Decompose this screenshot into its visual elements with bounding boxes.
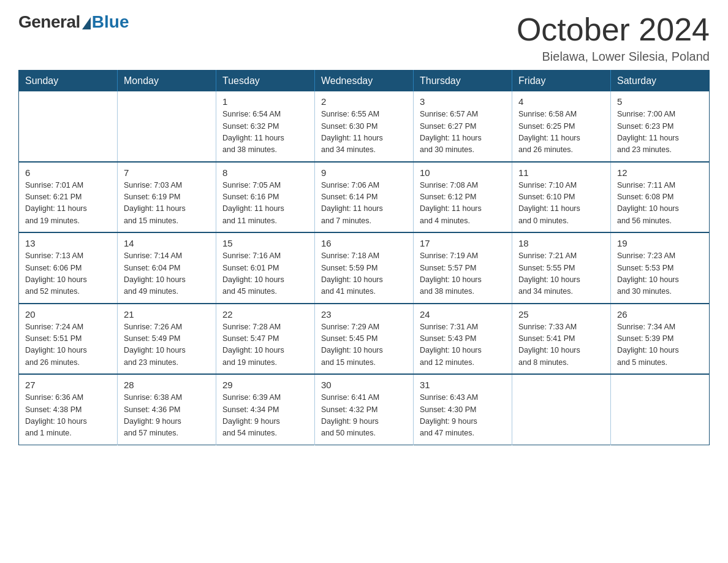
day-number: 30: [321, 380, 407, 390]
logo: General Blue: [18, 12, 129, 32]
day-number: 17: [420, 238, 506, 248]
day-info: Sunrise: 6:57 AM Sunset: 6:27 PM Dayligh…: [420, 109, 506, 156]
day-info: Sunrise: 7:05 AM Sunset: 6:16 PM Dayligh…: [222, 180, 308, 228]
day-number: 7: [124, 167, 210, 178]
day-number: 23: [321, 309, 407, 320]
day-info: Sunrise: 7:34 AM Sunset: 5:39 PM Dayligh…: [617, 321, 703, 369]
day-number: 28: [124, 380, 210, 390]
calendar-cell-3-2: 14Sunrise: 7:14 AM Sunset: 6:04 PM Dayli…: [118, 232, 216, 304]
day-number: 12: [617, 167, 703, 178]
calendar-table: SundayMondayTuesdayWednesdayThursdayFrid…: [18, 70, 710, 445]
day-number: 29: [222, 380, 308, 390]
location-label: Bielawa, Lower Silesia, Poland: [517, 50, 710, 64]
calendar-cell-5-4: 30Sunrise: 6:41 AM Sunset: 4:32 PM Dayli…: [315, 374, 414, 445]
calendar-cell-2-2: 7Sunrise: 7:03 AM Sunset: 6:19 PM Daylig…: [118, 162, 216, 233]
day-number: 31: [420, 380, 506, 390]
day-info: Sunrise: 7:10 AM Sunset: 6:10 PM Dayligh…: [518, 180, 604, 228]
day-number: 15: [222, 238, 308, 248]
day-info: Sunrise: 7:18 AM Sunset: 5:59 PM Dayligh…: [321, 250, 407, 298]
calendar-cell-1-1: [19, 91, 118, 162]
calendar-header-sunday: Sunday: [19, 71, 118, 92]
calendar-cell-1-3: 1Sunrise: 6:54 AM Sunset: 6:32 PM Daylig…: [216, 91, 315, 162]
calendar-cell-5-2: 28Sunrise: 6:38 AM Sunset: 4:36 PM Dayli…: [118, 374, 216, 445]
day-number: 16: [321, 238, 407, 248]
day-number: 6: [25, 167, 111, 178]
day-info: Sunrise: 7:26 AM Sunset: 5:49 PM Dayligh…: [124, 321, 210, 369]
day-number: 4: [518, 96, 604, 107]
day-number: 9: [321, 167, 407, 178]
logo-general-text: General: [18, 12, 80, 32]
calendar-week-4: 20Sunrise: 7:24 AM Sunset: 5:51 PM Dayli…: [19, 304, 710, 375]
calendar-cell-4-7: 26Sunrise: 7:34 AM Sunset: 5:39 PM Dayli…: [611, 304, 710, 375]
day-number: 10: [420, 167, 506, 178]
calendar-cell-5-1: 27Sunrise: 6:36 AM Sunset: 4:38 PM Dayli…: [19, 374, 118, 445]
calendar-cell-1-6: 4Sunrise: 6:58 AM Sunset: 6:25 PM Daylig…: [512, 91, 611, 162]
day-info: Sunrise: 7:00 AM Sunset: 6:23 PM Dayligh…: [617, 109, 703, 156]
logo-blue-text: Blue: [92, 12, 129, 32]
calendar-cell-2-5: 10Sunrise: 7:08 AM Sunset: 6:12 PM Dayli…: [414, 162, 512, 233]
calendar-cell-4-2: 21Sunrise: 7:26 AM Sunset: 5:49 PM Dayli…: [118, 304, 216, 375]
day-number: 25: [518, 309, 604, 320]
day-info: Sunrise: 7:33 AM Sunset: 5:41 PM Dayligh…: [518, 321, 604, 369]
calendar-week-3: 13Sunrise: 7:13 AM Sunset: 6:06 PM Dayli…: [19, 232, 710, 304]
calendar-header-tuesday: Tuesday: [216, 71, 315, 92]
day-info: Sunrise: 7:01 AM Sunset: 6:21 PM Dayligh…: [25, 180, 111, 228]
calendar-cell-5-5: 31Sunrise: 6:43 AM Sunset: 4:30 PM Dayli…: [414, 374, 512, 445]
calendar-header-wednesday: Wednesday: [315, 71, 414, 92]
calendar-cell-3-5: 17Sunrise: 7:19 AM Sunset: 5:57 PM Dayli…: [414, 232, 512, 304]
calendar-cell-2-3: 8Sunrise: 7:05 AM Sunset: 6:16 PM Daylig…: [216, 162, 315, 233]
calendar-cell-3-3: 15Sunrise: 7:16 AM Sunset: 6:01 PM Dayli…: [216, 232, 315, 304]
calendar-header-monday: Monday: [118, 71, 216, 92]
day-number: 11: [518, 167, 604, 178]
calendar-cell-3-1: 13Sunrise: 7:13 AM Sunset: 6:06 PM Dayli…: [19, 232, 118, 304]
day-info: Sunrise: 7:31 AM Sunset: 5:43 PM Dayligh…: [420, 321, 506, 369]
day-number: 20: [25, 309, 111, 320]
calendar-cell-2-6: 11Sunrise: 7:10 AM Sunset: 6:10 PM Dayli…: [512, 162, 611, 233]
day-info: Sunrise: 6:39 AM Sunset: 4:34 PM Dayligh…: [222, 392, 308, 440]
calendar-week-1: 1Sunrise: 6:54 AM Sunset: 6:32 PM Daylig…: [19, 91, 710, 162]
calendar-cell-4-5: 24Sunrise: 7:31 AM Sunset: 5:43 PM Dayli…: [414, 304, 512, 375]
day-number: 14: [124, 238, 210, 248]
calendar-cell-2-1: 6Sunrise: 7:01 AM Sunset: 6:21 PM Daylig…: [19, 162, 118, 233]
day-number: 8: [222, 167, 308, 178]
day-info: Sunrise: 6:41 AM Sunset: 4:32 PM Dayligh…: [321, 392, 407, 440]
day-number: 5: [617, 96, 703, 107]
day-info: Sunrise: 6:58 AM Sunset: 6:25 PM Dayligh…: [518, 109, 604, 156]
calendar-week-2: 6Sunrise: 7:01 AM Sunset: 6:21 PM Daylig…: [19, 162, 710, 233]
calendar-cell-4-4: 23Sunrise: 7:29 AM Sunset: 5:45 PM Dayli…: [315, 304, 414, 375]
calendar-cell-5-6: [512, 374, 611, 445]
calendar-header-thursday: Thursday: [414, 71, 512, 92]
calendar-cell-4-6: 25Sunrise: 7:33 AM Sunset: 5:41 PM Dayli…: [512, 304, 611, 375]
calendar-header-saturday: Saturday: [611, 71, 710, 92]
day-number: 3: [420, 96, 506, 107]
calendar-cell-3-7: 19Sunrise: 7:23 AM Sunset: 5:53 PM Dayli…: [611, 232, 710, 304]
calendar-header-row: SundayMondayTuesdayWednesdayThursdayFrid…: [19, 71, 710, 92]
calendar-cell-1-2: [118, 91, 216, 162]
day-info: Sunrise: 7:03 AM Sunset: 6:19 PM Dayligh…: [124, 180, 210, 228]
calendar-cell-4-1: 20Sunrise: 7:24 AM Sunset: 5:51 PM Dayli…: [19, 304, 118, 375]
calendar-cell-3-4: 16Sunrise: 7:18 AM Sunset: 5:59 PM Dayli…: [315, 232, 414, 304]
day-number: 26: [617, 309, 703, 320]
day-info: Sunrise: 6:43 AM Sunset: 4:30 PM Dayligh…: [420, 392, 506, 440]
logo-triangle-icon: [82, 17, 91, 29]
calendar-week-5: 27Sunrise: 6:36 AM Sunset: 4:38 PM Dayli…: [19, 374, 710, 445]
day-info: Sunrise: 7:24 AM Sunset: 5:51 PM Dayligh…: [25, 321, 111, 369]
calendar-cell-5-7: [611, 374, 710, 445]
calendar-cell-2-4: 9Sunrise: 7:06 AM Sunset: 6:14 PM Daylig…: [315, 162, 414, 233]
day-info: Sunrise: 7:19 AM Sunset: 5:57 PM Dayligh…: [420, 250, 506, 298]
day-info: Sunrise: 6:54 AM Sunset: 6:32 PM Dayligh…: [222, 109, 308, 156]
day-number: 13: [25, 238, 111, 248]
day-info: Sunrise: 7:06 AM Sunset: 6:14 PM Dayligh…: [321, 180, 407, 228]
day-info: Sunrise: 6:36 AM Sunset: 4:38 PM Dayligh…: [25, 392, 111, 440]
calendar-cell-1-5: 3Sunrise: 6:57 AM Sunset: 6:27 PM Daylig…: [414, 91, 512, 162]
day-number: 21: [124, 309, 210, 320]
day-info: Sunrise: 6:55 AM Sunset: 6:30 PM Dayligh…: [321, 109, 407, 156]
day-number: 22: [222, 309, 308, 320]
day-info: Sunrise: 7:16 AM Sunset: 6:01 PM Dayligh…: [222, 250, 308, 298]
day-number: 18: [518, 238, 604, 248]
month-title: October 2024: [517, 12, 710, 47]
day-info: Sunrise: 7:28 AM Sunset: 5:47 PM Dayligh…: [222, 321, 308, 369]
title-section: October 2024 Bielawa, Lower Silesia, Pol…: [517, 12, 710, 64]
calendar-header-friday: Friday: [512, 71, 611, 92]
day-number: 2: [321, 96, 407, 107]
